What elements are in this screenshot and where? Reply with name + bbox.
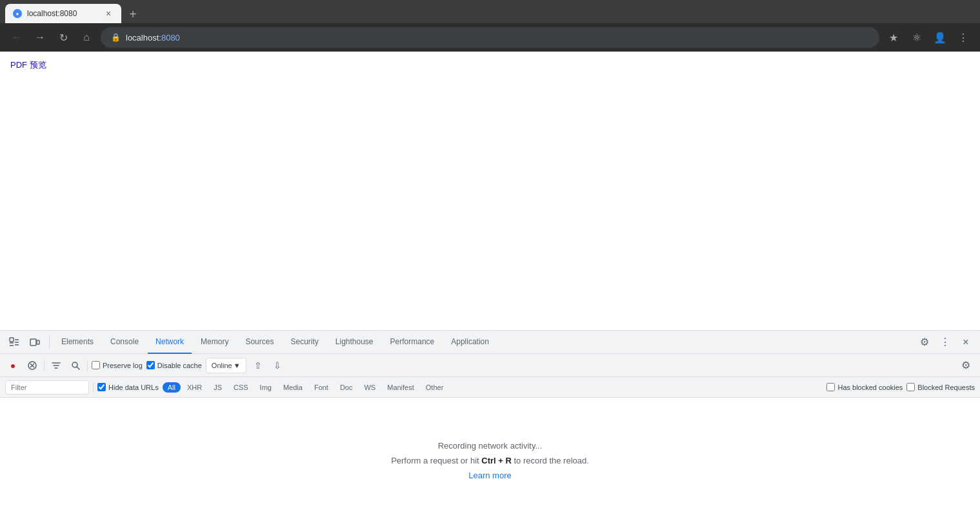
home-button[interactable]: ⌂ [77,28,95,46]
devtools-close-button[interactable]: × [957,333,975,351]
search-button[interactable] [68,358,83,373]
filter-input[interactable] [5,380,89,394]
preserve-log-checkbox-label[interactable]: Preserve log [92,361,143,369]
inspect-element-button[interactable] [5,333,23,351]
svg-rect-0 [10,338,14,342]
filter-types: All XHR JS CSS Img Media Font Doc WS Man… [163,382,449,393]
devtools-more-button[interactable]: ⋮ [936,333,954,351]
network-content-area: Recording network activity... Perform a … [0,398,980,523]
preserve-log-checkbox[interactable] [92,361,100,369]
filter-type-all[interactable]: All [163,382,181,393]
devtools-settings-button[interactable]: ⚙ [915,333,934,351]
filter-right: Has blocked cookies Blocked Requests [826,383,975,391]
address-bar: ← → ↻ ⌂ 🔒 localhost:8080 ★ ⚛ 👤 ⋮ [0,23,980,52]
learn-more-link[interactable]: Learn more [468,471,511,480]
has-blocked-cookies-checkbox[interactable] [826,383,835,391]
recording-text: Recording network activity... [438,441,543,451]
hide-data-urls-label[interactable]: Hide data URLs [97,383,159,391]
filter-type-img[interactable]: Img [255,382,277,393]
tab-security[interactable]: Security [283,331,326,354]
tab-application[interactable]: Application [443,331,497,354]
device-toolbar-button[interactable] [26,333,44,351]
extensions-button[interactable]: ⚛ [908,28,926,46]
url-highlight: 8080 [161,33,180,43]
tab-elements[interactable]: Elements [54,331,101,354]
browser-tab[interactable]: ● localhost:8080 × [5,4,121,23]
clear-button[interactable] [25,358,40,373]
disable-cache-label: Disable cache [157,362,202,369]
blocked-requests-checkbox[interactable] [906,383,915,391]
blocked-requests-label[interactable]: Blocked Requests [906,383,975,391]
tab-lighthouse[interactable]: Lighthouse [328,331,381,354]
perform-text: Perform a request or hit Ctrl + R to rec… [391,456,589,465]
bookmark-button[interactable]: ★ [885,28,903,46]
has-blocked-cookies-label[interactable]: Has blocked cookies [826,383,903,391]
profile-button[interactable]: 👤 [931,28,949,46]
filter-button[interactable] [48,358,64,373]
forward-button[interactable]: → [31,28,49,46]
devtools-panel: Elements Console Network Memory Sources … [0,330,980,523]
filter-type-font[interactable]: Font [309,382,334,393]
blocked-requests-text: Blocked Requests [917,384,975,391]
tab-close-button[interactable]: × [103,8,114,19]
tab-bar: ● localhost:8080 × + [0,0,980,23]
url-text: localhost:8080 [126,33,180,43]
chevron-down-icon: ▼ [234,362,241,369]
filter-type-ws[interactable]: WS [359,382,381,393]
filter-bar: Hide data URLs All XHR JS CSS Img Media … [0,377,980,398]
filter-type-doc[interactable]: Doc [335,382,358,393]
network-toolbar: ● Preserve log [0,354,980,377]
filter-type-other[interactable]: Other [421,382,449,393]
tab-sources[interactable]: Sources [237,331,281,354]
filter-type-xhr[interactable]: XHR [182,382,207,393]
filter-type-js[interactable]: JS [208,382,227,393]
separator [49,336,50,349]
tab-performance[interactable]: Performance [383,331,443,354]
disable-cache-checkbox[interactable] [146,361,155,369]
devtools-tabs: Elements Console Network Memory Sources … [0,331,980,354]
perform-suffix: to record the reload. [512,456,589,465]
svg-rect-2 [37,340,39,344]
filter-type-media[interactable]: Media [278,382,308,393]
hide-data-urls-text: Hide data URLs [108,384,159,391]
hide-data-urls-checkbox[interactable] [97,383,106,391]
network-throttle-dropdown[interactable]: Online ▼ [206,358,246,373]
preserve-log-label: Preserve log [103,362,143,369]
tab-console[interactable]: Console [103,331,146,354]
filter-type-manifest[interactable]: Manifest [382,382,419,393]
tab-title: localhost:8080 [27,9,98,18]
menu-button[interactable]: ⋮ [954,28,972,46]
perform-shortcut: Ctrl + R [481,456,512,465]
tab-network[interactable]: Network [148,331,192,354]
network-throttle-value: Online [212,362,232,369]
filter-type-css[interactable]: CSS [228,382,254,393]
svg-rect-1 [30,339,36,346]
url-bar[interactable]: 🔒 localhost:8080 [101,27,879,48]
devtools-right-controls: ⚙ ⋮ × [915,333,975,351]
toolbar-separator-1 [44,360,45,371]
lock-icon: 🔒 [111,33,121,42]
page-content: PDF 预览 [0,52,980,330]
perform-prefix: Perform a request or hit [391,456,481,465]
svg-line-7 [77,367,79,369]
network-settings-button[interactable]: ⚙ [957,356,975,375]
refresh-button[interactable]: ↻ [54,28,72,46]
tab-favicon: ● [13,9,22,18]
upload-button[interactable]: ⇧ [250,358,266,373]
filter-separator [93,382,94,393]
toolbar-separator-2 [87,360,88,371]
pdf-preview-link[interactable]: PDF 预览 [10,59,46,71]
record-button[interactable]: ● [5,358,21,373]
devtools-left-controls [5,333,52,351]
url-prefix: localhost: [126,33,161,43]
back-button[interactable]: ← [8,28,26,46]
has-blocked-cookies-text: Has blocked cookies [837,384,903,391]
disable-cache-checkbox-label[interactable]: Disable cache [146,361,202,369]
download-button[interactable]: ⇩ [270,358,285,373]
new-tab-button[interactable]: + [124,5,142,23]
tab-memory[interactable]: Memory [193,331,236,354]
